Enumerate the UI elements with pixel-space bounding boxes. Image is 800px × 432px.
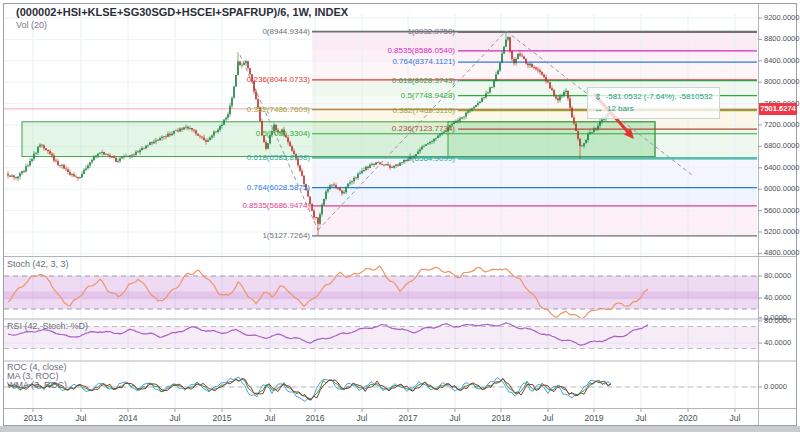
bars-range-icon: ↔ [594,103,603,115]
measure-tool-info-box[interactable]: ⇕ -581.0532 (-7.64%), -5810532 ↔ 12 bars [587,87,720,119]
support-zone-boxes[interactable] [22,122,655,157]
price-axis[interactable] [758,0,800,426]
roc-pane [4,377,758,401]
measure-range-text: -581.0532 (-7.64%), -5810532 [606,91,713,103]
chart-canvas[interactable] [0,0,800,432]
price-range-icon: ⇕ [594,91,602,103]
trading-chart-window: 0(8944.9344)0.236(8044.0733)0.382(7486.7… [0,0,800,432]
time-axis[interactable] [0,409,758,426]
measure-bars-text: 12 bars [607,103,634,115]
rsi-pane [4,323,758,349]
roc-wma-line [8,379,611,400]
stoch-pane [4,266,758,318]
